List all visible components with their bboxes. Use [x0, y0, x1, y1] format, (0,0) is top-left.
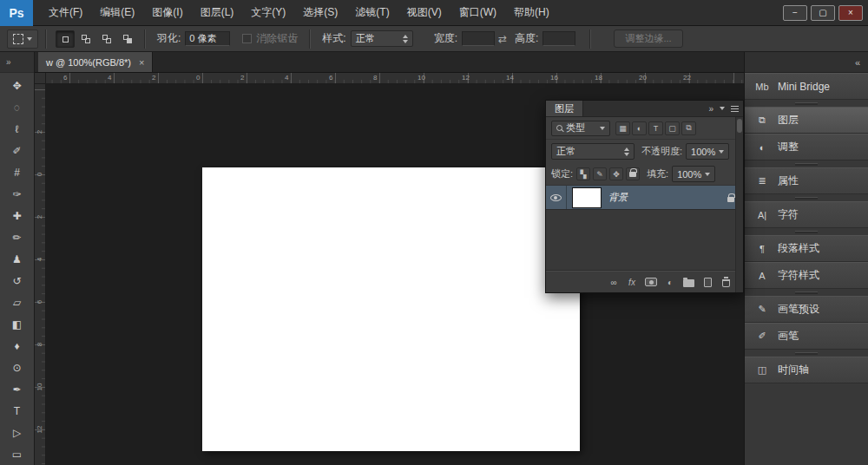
history-brush-tool[interactable]: ↺ — [4, 270, 30, 291]
ruler-label: 16 — [550, 74, 558, 82]
brush-tool[interactable]: ✏ — [4, 226, 30, 248]
layers-scrollbar[interactable] — [735, 117, 743, 292]
delete-layer-button[interactable] — [720, 278, 731, 287]
panel-brush-presets[interactable]: ✎画笔预设 — [745, 296, 868, 323]
panel-paragraph-styles-icon: ¶ — [753, 244, 771, 254]
panel-brush-label: 画笔 — [778, 329, 799, 344]
panel-character-styles[interactable]: A字符样式 — [745, 262, 868, 289]
new-selection[interactable] — [56, 30, 75, 48]
panel-paragraph-styles[interactable]: ¶段落样式 — [745, 235, 868, 262]
layer-row[interactable]: 背景 — [546, 186, 743, 210]
ruler-label: 20 — [639, 74, 647, 82]
document-tab[interactable]: w @ 100%(RGB/8*) × — [38, 52, 153, 72]
type-tool[interactable]: T — [4, 400, 30, 422]
panel-properties[interactable]: ≣属性 — [745, 167, 868, 194]
add-to-selection[interactable] — [76, 30, 95, 48]
panel-collapse-icon[interactable]: » — [708, 104, 713, 114]
add-layer-mask-button[interactable] — [645, 278, 657, 286]
height-input[interactable] — [542, 31, 575, 46]
marquee-tool[interactable]: ◌ — [4, 96, 30, 118]
panel-menu-caret-icon[interactable] — [720, 107, 725, 110]
photoshop-window: Ps 文件(F)编辑(E)图像(I)图层(L)文字(Y)选择(S)滤镜(T)视图… — [0, 0, 868, 465]
blur-tool[interactable]: ♦ — [4, 335, 30, 357]
eraser-tool[interactable]: ▱ — [4, 291, 30, 313]
menu-item[interactable]: 编辑(E) — [91, 0, 143, 25]
lock-image-pixels[interactable]: ✎ — [593, 167, 607, 180]
menu-item[interactable]: 图层(L) — [192, 0, 243, 25]
restore-button[interactable]: ▢ — [811, 5, 835, 21]
tool-preset-button[interactable] — [7, 29, 38, 49]
layer-style-button[interactable]: fx — [627, 278, 637, 287]
filter-smart-objects[interactable]: ⧉ — [681, 121, 696, 135]
healing-brush-tool[interactable]: ✚ — [4, 205, 30, 226]
menu-item[interactable]: 文字(Y) — [242, 0, 294, 25]
filter-shape-layers[interactable]: ▢ — [665, 121, 680, 135]
document-canvas[interactable] — [202, 167, 580, 451]
feather-input[interactable]: 0 像素 — [185, 31, 230, 46]
filter-type-layers[interactable]: T — [648, 121, 663, 135]
dock-separator — [745, 228, 868, 235]
gradient-tool[interactable]: ◧ — [4, 313, 30, 335]
quick-selection-tool[interactable]: ✐ — [4, 140, 30, 161]
opacity-dropdown[interactable]: 100% — [686, 143, 729, 160]
menu-item[interactable]: 窗口(W) — [450, 0, 505, 25]
tab-close-icon[interactable]: × — [139, 57, 144, 68]
fill-dropdown[interactable]: 100% — [672, 166, 715, 182]
filter-pixel-layers[interactable]: ▦ — [615, 121, 630, 135]
panel-menu-icon[interactable] — [731, 108, 739, 109]
visibility-toggle[interactable] — [546, 186, 567, 209]
link-layers-button[interactable]: ∞ — [608, 278, 619, 287]
subtract-from-selection[interactable] — [97, 30, 116, 48]
panel-character[interactable]: A|字符 — [745, 201, 868, 228]
panel-brush[interactable]: ✐画笔 — [745, 323, 868, 350]
new-layer-button[interactable] — [702, 278, 713, 287]
menu-item[interactable]: 视图(V) — [398, 0, 450, 25]
new-group-button[interactable] — [683, 278, 694, 287]
minimize-button[interactable]: − — [783, 5, 807, 21]
subtract-from-selection-icon — [98, 31, 115, 47]
menu-item[interactable]: 滤镜(T) — [346, 0, 398, 25]
crop-tool[interactable]: # — [4, 161, 30, 183]
shape-tool[interactable]: ▭ — [4, 443, 30, 465]
layers-panel-header: 图层 » — [546, 101, 743, 117]
eyedropper-tool[interactable]: ✑ — [4, 183, 30, 205]
tools-column: ✥◌ℓ✐#✑✚✏♟↺▱◧♦⊙✒T▷▭ — [0, 73, 34, 465]
panel-layers[interactable]: ⧉图层 — [745, 107, 868, 134]
clone-stamp-tool[interactable]: ♟ — [4, 248, 30, 270]
lasso-tool[interactable]: ℓ — [4, 118, 30, 140]
toolbox-collapse-icon[interactable]: » — [6, 57, 11, 67]
icon-square — [85, 38, 90, 43]
lock-all[interactable] — [626, 167, 640, 180]
move-tool[interactable]: ✥ — [4, 75, 30, 96]
lock-position[interactable]: ✥ — [609, 167, 623, 180]
menu-item[interactable]: 选择(S) — [294, 0, 346, 25]
dock-collapse-icon[interactable]: « — [855, 57, 860, 68]
refine-edge-button[interactable]: 调整边缘... — [614, 29, 682, 48]
panel-timeline[interactable]: ◫时间轴 — [745, 357, 868, 383]
path-selection-tool[interactable]: ▷ — [4, 422, 30, 443]
menu-item[interactable]: 图像(I) — [143, 0, 191, 25]
scrollbar-thumb[interactable] — [737, 119, 742, 133]
filter-adjustment-layers[interactable]: ◐ — [632, 121, 647, 135]
lock-transparent-pixels[interactable]: ▚ — [576, 167, 590, 180]
close-button[interactable]: × — [838, 5, 863, 21]
pen-tool[interactable]: ✒ — [4, 378, 30, 400]
menu-item[interactable]: 帮助(H) — [505, 0, 558, 25]
panel-mini-bridge[interactable]: MbMini Bridge — [745, 73, 868, 100]
intersect-with-selection[interactable] — [118, 30, 137, 48]
layer-lock-indicator — [727, 190, 734, 206]
filter-kind-dropdown[interactable]: 类型 — [551, 121, 610, 136]
panel-layers-label: 图层 — [778, 113, 799, 128]
photoshop-logo: Ps — [0, 0, 33, 26]
layers-panel-tab[interactable]: 图层 — [546, 101, 583, 116]
ruler-label: 22 — [683, 74, 691, 82]
width-input[interactable] — [462, 31, 495, 46]
menu-item[interactable]: 文件(F) — [40, 0, 91, 25]
panel-adjustments[interactable]: ◐调整 — [745, 134, 868, 160]
swap-dimensions-icon[interactable]: ⇄ — [498, 33, 507, 45]
antialias-checkbox[interactable] — [242, 34, 252, 43]
style-dropdown[interactable]: 正常 — [351, 30, 413, 47]
new-adjustment-layer-button[interactable]: ◐ — [665, 278, 675, 287]
blend-mode-dropdown[interactable]: 正常 — [551, 143, 635, 160]
dodge-tool[interactable]: ⊙ — [4, 357, 30, 378]
